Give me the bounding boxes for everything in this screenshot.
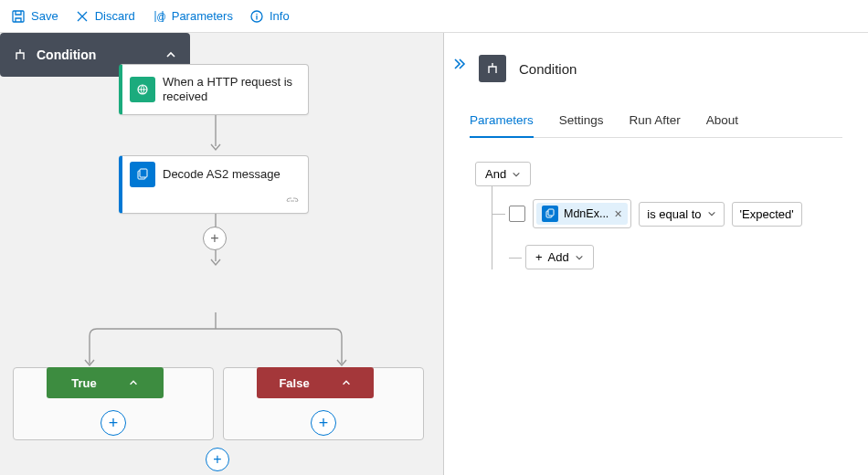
- plus-icon: +: [535, 250, 543, 264]
- add-condition-button[interactable]: + Add: [525, 245, 594, 269]
- discard-label: Discard: [95, 9, 135, 23]
- panel-tabs: Parameters Settings Run After About: [470, 108, 842, 138]
- chevron-up-icon: [341, 377, 352, 388]
- add-label: Add: [548, 250, 569, 264]
- workflow-canvas[interactable]: When a HTTP request is received Decode A…: [0, 33, 444, 475]
- logic-operator-dropdown[interactable]: And: [475, 162, 531, 186]
- collapse-panel-button[interactable]: [451, 57, 466, 71]
- link-icon: [130, 195, 301, 207]
- node-http-label: When a HTTP request is received: [163, 75, 301, 105]
- left-operand-input[interactable]: MdnEx... ✕: [533, 199, 631, 228]
- info-button[interactable]: Info: [249, 9, 290, 24]
- condition-row: MdnEx... ✕ is equal to 'Expected': [509, 199, 842, 228]
- node-decode-as2[interactable]: Decode AS2 message: [119, 155, 309, 214]
- save-label: Save: [31, 9, 58, 23]
- add-step-button[interactable]: +: [203, 227, 227, 250]
- svg-rect-7: [548, 209, 554, 216]
- discard-button[interactable]: Discard: [75, 9, 135, 24]
- chevron-up-icon: [164, 48, 177, 61]
- as2-icon: [130, 162, 155, 187]
- panel-condition-icon: [479, 55, 506, 82]
- parameters-label: Parameters: [172, 9, 233, 23]
- toolbar: Save Discard @ Parameters Info: [0, 0, 868, 33]
- connector: [208, 115, 223, 155]
- http-icon: [130, 77, 155, 102]
- parameters-icon: @: [152, 9, 166, 24]
- right-operand-input[interactable]: 'Expected': [732, 202, 802, 227]
- save-button[interactable]: Save: [11, 9, 58, 24]
- node-http-trigger[interactable]: When a HTTP request is received: [119, 64, 309, 115]
- svg-rect-5: [140, 169, 147, 177]
- info-label: Info: [270, 9, 290, 23]
- chevron-down-icon: [512, 170, 521, 179]
- operator-label: is equal to: [647, 207, 701, 221]
- node-as2-label: Decode AS2 message: [163, 167, 281, 182]
- token-mdnexpected[interactable]: MdnEx... ✕: [536, 203, 628, 225]
- token-remove-button[interactable]: ✕: [614, 208, 622, 220]
- condition-builder: And MdnEx... ✕: [475, 162, 842, 269]
- row-checkbox[interactable]: [509, 206, 525, 222]
- true-label: True: [71, 376, 96, 390]
- branch-false-header[interactable]: False: [257, 367, 374, 398]
- add-false-step-button[interactable]: +: [311, 410, 336, 436]
- add-true-step-button[interactable]: +: [101, 410, 126, 436]
- tab-settings[interactable]: Settings: [559, 108, 604, 137]
- panel-title: Condition: [519, 61, 577, 77]
- chevron-down-icon: [575, 253, 584, 262]
- operator-dropdown[interactable]: is equal to: [639, 202, 724, 227]
- tab-run-after[interactable]: Run After: [630, 108, 681, 137]
- tab-about[interactable]: About: [706, 108, 738, 137]
- branch-true-header[interactable]: True: [47, 367, 164, 398]
- info-icon: [249, 9, 264, 24]
- tab-parameters[interactable]: Parameters: [470, 108, 534, 138]
- false-label: False: [279, 376, 309, 390]
- parameters-button[interactable]: @ Parameters: [152, 9, 233, 24]
- add-step-bottom-button[interactable]: +: [206, 448, 229, 471]
- condition-label: Condition: [37, 48, 155, 62]
- branch-true: True +: [13, 367, 214, 440]
- condition-panel: Condition Parameters Settings Run After …: [444, 33, 868, 475]
- discard-icon: [75, 9, 90, 24]
- branch-false: False +: [223, 367, 424, 440]
- and-label: And: [485, 167, 506, 181]
- svg-text:@: @: [156, 12, 165, 22]
- token-label: MdnEx...: [564, 207, 609, 220]
- svg-rect-0: [13, 11, 24, 22]
- save-icon: [11, 9, 26, 24]
- chevron-up-icon: [128, 377, 139, 388]
- branch-connector: [82, 312, 356, 371]
- chevron-down-icon: [707, 209, 716, 218]
- token-icon: [542, 206, 558, 222]
- condition-icon: [13, 48, 27, 62]
